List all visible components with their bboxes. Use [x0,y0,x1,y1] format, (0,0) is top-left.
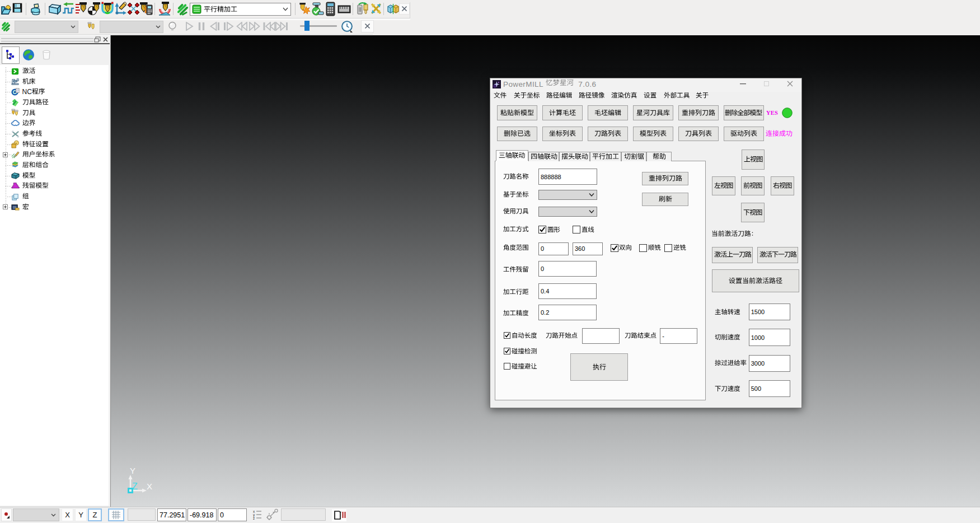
svg-text:X: X [147,482,152,491]
svg-text:Y: Y [130,466,135,475]
svg-text:z: z [253,516,255,520]
